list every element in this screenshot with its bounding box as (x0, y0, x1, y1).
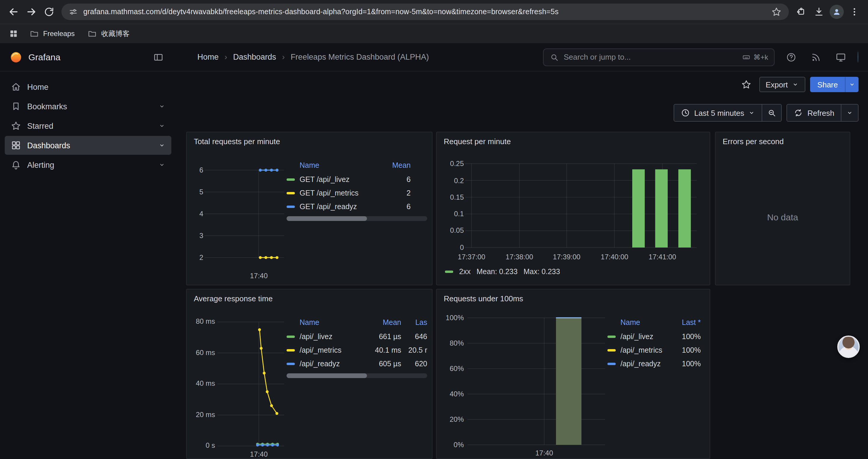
line-chart[interactable] (217, 322, 284, 446)
refresh-interval-dropdown[interactable] (841, 104, 859, 122)
sidebar-toggle-button[interactable] (150, 49, 167, 65)
kiosk-button[interactable] (833, 49, 849, 65)
refresh-button[interactable]: Refresh (787, 104, 841, 122)
panel-total-requests[interactable]: Total requests per minute 6 5 4 3 2 17:4… (186, 132, 433, 285)
bar-chart[interactable] (467, 318, 605, 445)
panel-request-per-minute[interactable]: Request per minute 0.25 0.2 0.15 0.1 0.0… (436, 132, 710, 285)
legend-col-name[interactable]: Name (620, 319, 668, 327)
panel-average-response-time[interactable]: Average response time 80 ms 60 ms 40 ms … (186, 289, 433, 459)
export-button[interactable]: Export (759, 77, 805, 92)
share-dropdown-button[interactable] (845, 77, 859, 92)
legend-row[interactable]: /api/_readyz 100% (608, 357, 701, 370)
news-button[interactable] (808, 49, 824, 65)
panel-title[interactable]: Requests under 100ms (437, 290, 710, 303)
legend-col-name[interactable]: Name (300, 161, 376, 169)
bookmark-item-blogs[interactable]: 收藏博客 (83, 27, 134, 40)
legend-row[interactable]: GET /api/_readyz 6 (286, 200, 427, 213)
breadcrumb-home[interactable]: Home (197, 53, 219, 61)
search-icon (550, 52, 559, 62)
zoom-out-button[interactable] (763, 104, 782, 122)
panel-requests-under-100ms[interactable]: Requests under 100ms 100% 80% 60% 40% 20… (436, 289, 710, 459)
legend-col-mean[interactable]: Mean (376, 161, 411, 169)
search-placeholder: Search or jump to... (564, 53, 737, 61)
favorite-star-button[interactable] (738, 77, 754, 92)
panel-title[interactable]: Request per minute (437, 132, 710, 146)
legend-scrollbar[interactable] (286, 373, 427, 378)
legend-col-last[interactable]: Las (401, 319, 427, 327)
series-mean: Mean: 0.233 (476, 268, 518, 276)
sidebar-item-starred[interactable]: Starred (5, 117, 172, 135)
legend-header: Name Mean (286, 158, 427, 172)
legend-row[interactable]: /api/_readyz 605 µs 620 (286, 357, 427, 370)
legend-row[interactable]: /api/_livez 661 µs 646 (286, 330, 427, 343)
site-settings-icon[interactable] (68, 7, 78, 17)
breadcrumb: Home › Dashboards › Freeleaps Metrics Da… (176, 53, 543, 61)
legend[interactable]: 2xx Mean: 0.233 Max: 0.233 (445, 268, 560, 276)
panel-title[interactable]: Average response time (187, 290, 432, 303)
panel-title[interactable]: Total requests per minute (187, 132, 432, 146)
share-split-button: Share (810, 77, 859, 92)
panel-errors-per-second[interactable]: Errors per second No data (715, 132, 850, 285)
reload-button[interactable] (40, 3, 58, 21)
series-color-dash (608, 362, 616, 365)
apps-grid-button[interactable] (6, 26, 21, 41)
sidebar-item-home[interactable]: Home (5, 77, 172, 96)
legend-row[interactable]: /api/_metrics 40.1 ms 20.5 r (286, 343, 427, 357)
sidebar-item-bookmarks[interactable]: Bookmarks (5, 97, 172, 116)
extensions-button[interactable] (793, 3, 810, 21)
x-axis-label: 17:39:00 (553, 253, 580, 261)
puzzle-icon (796, 6, 807, 17)
sidebar-item-label: Home (27, 83, 49, 91)
help-button[interactable] (783, 49, 800, 65)
chevron-down-icon[interactable] (158, 122, 165, 129)
forward-button[interactable] (23, 3, 40, 21)
y-axis: 80 ms 60 ms 40 ms 20 ms 0 s (189, 318, 215, 450)
legend-row[interactable]: GET /api/_metrics 2 (286, 186, 427, 200)
person-icon (832, 7, 841, 17)
chevron-down-icon (848, 81, 856, 88)
legend-col-last[interactable]: Last * (668, 319, 701, 327)
url-bar[interactable]: grafana.mathmast.com/d/deytv4rwavabkb/fr… (61, 4, 789, 20)
user-profile-button[interactable] (857, 52, 859, 62)
legend-header: Name Last * (608, 316, 701, 330)
bar-chart[interactable] (465, 164, 696, 248)
share-button[interactable]: Share (810, 77, 845, 92)
panel-title[interactable]: Errors per second (716, 132, 850, 146)
series-color-dash (286, 205, 295, 208)
sidebar-item-label: Bookmarks (27, 102, 67, 111)
browser-profile-button[interactable] (828, 3, 845, 21)
y-axis: 0.25 0.2 0.15 0.1 0.05 0 (440, 160, 464, 255)
browser-menu-button[interactable] (845, 3, 863, 21)
legend-row[interactable]: GET /api/_livez 6 (286, 172, 427, 186)
sidebar-item-alerting[interactable]: Alerting (5, 155, 172, 174)
chevron-down-icon[interactable] (158, 103, 165, 110)
legend-col-name[interactable]: Name (300, 319, 365, 327)
bookmark-item-freeleaps[interactable]: Freeleaps (25, 27, 80, 40)
chevron-down-icon[interactable] (158, 142, 165, 149)
chevron-down-icon (748, 109, 755, 117)
search-input[interactable]: Search or jump to... ⌘+k (543, 48, 775, 66)
line-chart[interactable] (205, 170, 284, 258)
breadcrumb-dashboards[interactable]: Dashboards (233, 53, 276, 61)
series-color-dash (445, 270, 453, 273)
breadcrumb-current: Freeleaps Metrics Dashboard (ALPHA) (291, 53, 429, 61)
legend-scrollbar[interactable] (286, 216, 427, 221)
downloads-button[interactable] (810, 3, 828, 21)
bookmark-star-icon[interactable] (771, 6, 782, 17)
chevron-down-icon (792, 81, 799, 88)
series-color-dash (286, 178, 295, 181)
sidebar-item-dashboards[interactable]: Dashboards (5, 136, 172, 155)
legend-row[interactable]: /api/_metrics 100% (608, 343, 701, 357)
grafana-logo[interactable] (9, 51, 23, 64)
time-range-picker[interactable]: Last 5 minutes (674, 104, 763, 122)
x-axis-label: 17:40 (250, 272, 268, 280)
back-button[interactable] (5, 3, 23, 21)
zoom-out-icon (767, 108, 777, 118)
series-color-dash (608, 349, 616, 351)
legend-row[interactable]: /api/_livez 100% (608, 330, 701, 343)
floating-avatar[interactable] (837, 335, 860, 358)
url-text: grafana.mathmast.com/d/deytv4rwavabkb/fr… (83, 8, 766, 16)
legend-col-mean[interactable]: Mean (365, 319, 401, 327)
chevron-down-icon[interactable] (158, 161, 165, 168)
series-max: Max: 0.233 (524, 268, 560, 276)
